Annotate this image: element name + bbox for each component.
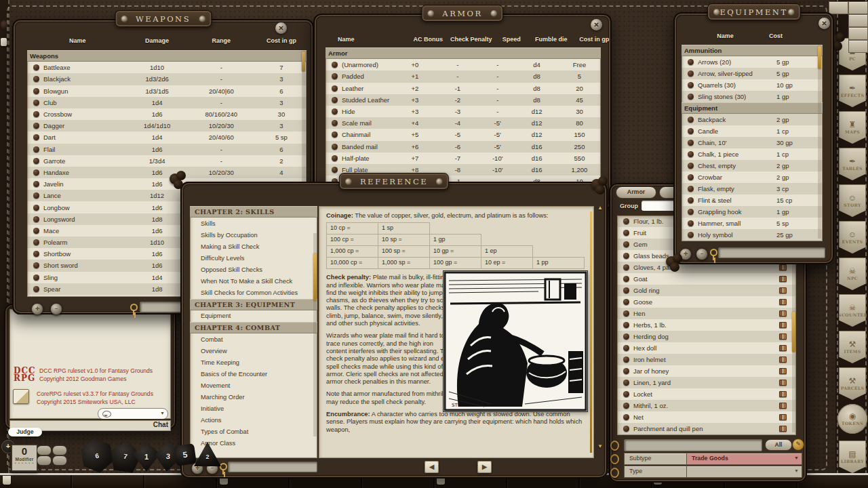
equipment-row[interactable]: Chest, empty 2 gp	[682, 160, 823, 171]
item-row[interactable]: Herbs, 1 lb.	[617, 319, 796, 331]
armor-row[interactable]: Banded mail +6 -6 -5' d16 250	[326, 141, 601, 152]
scroll-down-icon[interactable]: ▼	[597, 443, 603, 449]
armor-window-title[interactable]: ARMOR	[421, 5, 503, 22]
open-record-book-icon[interactable]	[779, 426, 787, 432]
hotkey-group-tag[interactable]	[3, 476, 11, 485]
equipment-row[interactable]: Chain, 10' 30 gp	[682, 137, 823, 148]
open-record-book-icon[interactable]	[779, 380, 787, 386]
reference-nav-item[interactable]: Difficulty Levels	[190, 252, 317, 264]
modifier-stack-box[interactable]: 0 Modifier • • • • • •	[11, 444, 38, 472]
reference-search-input[interactable]	[228, 462, 317, 472]
previous-page-button[interactable]: ◀	[425, 461, 439, 473]
armor-row[interactable]: Hide +3 -3 - d12 30	[326, 106, 601, 117]
sidebar-banner-button[interactable]: ▤ LIBRARY	[839, 441, 866, 473]
reference-nav-item[interactable]: CHAPTER 3: EQUIPMENT	[190, 299, 317, 310]
open-record-book-icon[interactable]	[779, 276, 787, 282]
open-record-book-icon[interactable]	[779, 310, 787, 317]
equipment-row[interactable]: Flint & steel 15 cp	[682, 195, 823, 206]
reference-nav-item[interactable]: Skills	[190, 218, 317, 229]
sidebar-banner-button[interactable]: ☠ ENCOUNTERS	[839, 294, 866, 327]
open-record-book-icon[interactable]	[779, 299, 787, 305]
sidebar-banner-button[interactable]: ◉ TOKENS	[837, 404, 867, 434]
equipment-row[interactable]: Sling stones (30) 1 gp	[682, 91, 823, 102]
weapon-row[interactable]: Dart 1d4 20/40/60 5 sp	[27, 131, 307, 143]
equipment-row[interactable]: Arrows (20) 5 gp	[682, 56, 823, 68]
item-row[interactable]: Hex doll	[617, 342, 796, 354]
equipment-row[interactable]: Chalk, 1 piece 1 cp	[682, 148, 823, 160]
item-row[interactable]: Iron helmet	[617, 354, 796, 365]
item-row[interactable]: Herding dog	[617, 331, 796, 342]
item-row[interactable]: Mithril, 1 oz.	[617, 400, 796, 411]
reference-nav-item[interactable]: Time Keeping	[190, 357, 317, 368]
equipment-row[interactable]: Backpack 2 gp	[682, 114, 823, 125]
item-row[interactable]: Linen, 1 yard	[617, 377, 796, 388]
open-record-book-icon[interactable]	[779, 264, 787, 270]
lock-toggle-button[interactable]: −	[696, 248, 708, 260]
equipment-row[interactable]: Crowbar 2 gp	[682, 171, 823, 183]
subtype-filter-dropdown[interactable]: Trade Goods ▼	[686, 453, 802, 465]
equipment-row[interactable]: Arrow, silver-tipped 5 gp	[682, 68, 823, 79]
sidebar-banner-button[interactable]: ☺ EVENTS	[839, 221, 866, 253]
equipment-row[interactable]: Ammunition	[682, 45, 823, 56]
armor-row[interactable]: Armor	[326, 47, 601, 59]
sidebar-banner-button[interactable]: ♜ MAPS	[839, 111, 866, 144]
open-record-book-icon[interactable]	[779, 322, 787, 328]
radial-menu-button[interactable]: ✛	[31, 303, 43, 315]
equipment-row[interactable]: Quarrels (30) 10 gp	[682, 79, 823, 91]
armor-row[interactable]: Chainmail +5 -5 -5' d12 150	[326, 129, 601, 140]
reference-nav-item[interactable]: Skill Checks for Common Activities	[190, 287, 317, 299]
item-row[interactable]: Jar of honey	[617, 365, 796, 377]
reference-nav-item[interactable]: Skills by Occupation	[190, 229, 317, 241]
die-button[interactable]: 6	[77, 435, 117, 476]
reference-nav-item[interactable]: Types of Combat	[190, 426, 317, 438]
close-icon[interactable]: ✕	[591, 19, 602, 30]
item-row[interactable]: Net	[617, 411, 796, 423]
weapon-row[interactable]: Flail 1d6 - 6	[27, 144, 307, 155]
open-record-book-icon[interactable]	[779, 403, 787, 409]
equipment-filter-input[interactable]	[718, 247, 825, 258]
weapon-row[interactable]: Battleaxe 1d10 - 7	[27, 62, 307, 73]
equipment-row[interactable]: Equipment	[682, 102, 823, 114]
open-record-book-icon[interactable]	[779, 345, 787, 351]
weapon-row[interactable]: Garrote 1/3d4 - 2	[27, 155, 307, 167]
equipment-row[interactable]: Flask, empty 3 cp	[682, 183, 823, 195]
scroll-up-icon[interactable]: ▲	[597, 205, 603, 211]
next-page-button[interactable]: ▶	[477, 461, 492, 473]
dice-chain-modifier-button[interactable]	[52, 445, 67, 455]
reference-nav-item[interactable]: Initiative	[190, 403, 317, 415]
item-row[interactable]: Goat	[617, 273, 796, 285]
sidebar-banner-button[interactable]: ⚒ PARCELS	[839, 367, 866, 400]
weapon-row[interactable]: Blowgun 1d3/1d5 20/40|60 6	[27, 85, 307, 97]
sidebar-banner-button[interactable]: ☠ NPC	[839, 258, 866, 290]
armor-row[interactable]: Leather +2 -1 - d8 20	[326, 83, 601, 94]
reference-nav-item[interactable]: Equipment	[190, 310, 317, 322]
equipment-row[interactable]: Candle 1 cp	[682, 125, 823, 137]
close-icon[interactable]: ✕	[818, 18, 830, 29]
sidebar-banner-button[interactable]: ✒ TABLES	[839, 148, 866, 180]
armor-row[interactable]: Studded Leather +3 -2 - d8 45	[326, 94, 601, 106]
reference-nav-item[interactable]: CHAPTER 2: SKILLS	[190, 206, 317, 218]
reference-nav-item[interactable]: Making a Skill Check	[190, 241, 317, 252]
reference-window-title[interactable]: REFERENCE	[339, 173, 449, 190]
scrollbar[interactable]	[313, 233, 317, 436]
dice-chain-modifier-button[interactable]	[37, 445, 52, 455]
armor-row[interactable]: Padded +1 - - d8 5	[326, 70, 601, 82]
armor-row[interactable]: Half-plate +7 -7 -10' d16 550	[326, 152, 601, 164]
topbar-icon-button[interactable]	[848, 27, 868, 40]
item-row[interactable]: Goose	[617, 296, 796, 308]
item-row[interactable]: Hen	[617, 308, 796, 319]
sidebar-banner-button[interactable]: ☺ STORY	[839, 184, 866, 217]
lock-toggle-button[interactable]: −	[50, 303, 62, 315]
item-row[interactable]: Gold ring	[617, 285, 796, 296]
weapon-row[interactable]: Blackjack 1d3/2d6 - 3	[27, 73, 307, 85]
topbar-icon-button[interactable]	[848, 14, 868, 27]
dice-chain-modifier-button[interactable]	[52, 455, 67, 466]
reference-nav-item[interactable]: Basics of the Encounter	[190, 368, 317, 380]
open-record-book-icon[interactable]	[779, 333, 787, 340]
armor-row[interactable]: Scale mail +4 -4 -5' d12 80	[326, 117, 601, 129]
open-record-book-icon[interactable]	[779, 287, 787, 293]
item-row[interactable]: Parchment and quill pen	[617, 423, 796, 434]
topbar-icon-button[interactable]	[848, 40, 868, 53]
weapon-row[interactable]: Club 1d4 - 3	[27, 97, 307, 108]
edit-pencil-button[interactable]: ✎	[792, 439, 804, 451]
